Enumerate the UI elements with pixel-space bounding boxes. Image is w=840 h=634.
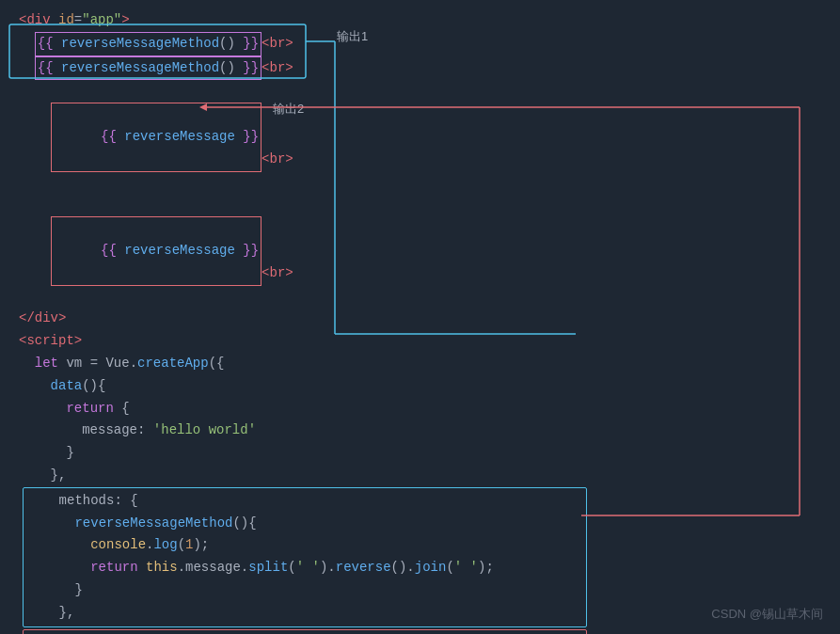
footer-watermark: CSDN @锡山草木间 — [711, 606, 823, 623]
code-line-12: } — [19, 442, 821, 465]
code-line-19: }, — [27, 602, 582, 625]
code-line-15: reverseMessageMethod(){ — [27, 513, 582, 535]
code-line-10: return { — [19, 398, 821, 420]
code-line-17: return this.message.split(' ').reverse()… — [27, 557, 582, 579]
code-line-4: {{ reverseMessage }} <br> — [19, 80, 821, 194]
code-line-8: let vm = Vue.createApp({ — [19, 353, 821, 375]
code-line-7: <script> — [19, 330, 821, 353]
code-line-11: message: 'hello world' — [19, 420, 821, 442]
code-line-6: </div> — [19, 308, 821, 330]
code-line-1: <div id="app"> — [19, 9, 821, 32]
code-line-14: methods: { — [27, 490, 582, 513]
code-line-2: {{ reverseMessageMethod() }}<br> — [19, 32, 821, 56]
code-editor: <div id="app"> {{ reverseMessageMethod()… — [0, 0, 840, 634]
code-line-18: } — [27, 579, 582, 602]
code-line-9: data(){ — [19, 375, 821, 398]
code-line-16: console.log(1); — [27, 534, 582, 557]
code-line-5: {{ reverseMessage }} <br> — [19, 194, 821, 308]
code-line-13: }, — [19, 465, 821, 487]
computed-block: computed: { reverseMessage(){ console.lo… — [23, 629, 587, 634]
code-line-3: {{ reverseMessageMethod() }}<br> — [19, 56, 821, 81]
methods-block: methods: { reverseMessageMethod(){ conso… — [23, 487, 587, 627]
